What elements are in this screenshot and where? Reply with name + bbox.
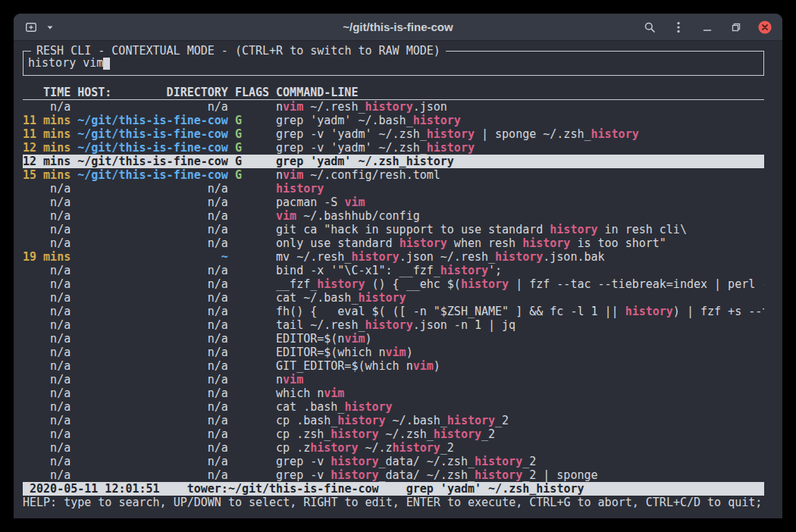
row-time: n/a	[23, 455, 71, 468]
history-row[interactable]: n/an/acat .bash_history	[23, 400, 764, 414]
match-highlight: history	[427, 127, 475, 141]
history-row[interactable]: n/an/avim ~/.bashhub/config	[23, 209, 764, 223]
row-directory: n/a	[77, 332, 228, 346]
history-row[interactable]: 19 mins~mv ~/.resh_history.json ~/.resh_…	[23, 250, 764, 264]
titlebar-left-group	[21, 17, 56, 37]
match-highlight: history	[358, 291, 406, 305]
row-time: 15 mins	[23, 168, 71, 182]
match-highlight: history	[495, 250, 543, 264]
header-directory: DIRECTORY	[167, 86, 228, 99]
menu-button[interactable]	[669, 17, 688, 37]
match-highlight: history	[365, 318, 412, 332]
match-highlight: history	[434, 427, 481, 441]
row-directory: ~/git/this-is-fine-cow	[77, 168, 228, 182]
titlebar[interactable]: ~/git/this-is-fine-cow	[14, 14, 782, 41]
row-command: __fzf_history () { __ehc $(history | fzf…	[276, 277, 764, 291]
history-row[interactable]: n/an/anvim ~/.resh_history.json	[23, 100, 764, 114]
match-highlight: history	[475, 468, 522, 482]
history-row-selected[interactable]: 12 mins~/git/this-is-fine-cowGgrep 'yadm…	[23, 155, 764, 168]
row-time: n/a	[23, 223, 71, 236]
history-row[interactable]: n/an/anvim	[23, 373, 764, 386]
history-row[interactable]: n/an/ahistory	[23, 182, 764, 196]
match-highlight: vim	[283, 168, 303, 182]
new-tab-button[interactable]	[21, 17, 41, 37]
row-directory: n/a	[77, 346, 228, 359]
row-time: 12 mins	[23, 141, 71, 155]
match-highlight: vim	[344, 332, 365, 346]
row-time: n/a	[23, 332, 71, 346]
row-time: n/a	[23, 182, 71, 196]
match-highlight: vim	[324, 386, 344, 400]
search-button[interactable]	[640, 17, 660, 37]
history-row[interactable]: 11 mins~/git/this-is-fine-cowGgrep 'yadm…	[23, 114, 764, 127]
restore-icon	[730, 21, 742, 33]
history-row[interactable]: n/an/agit ca "hack in support to use sta…	[23, 223, 764, 236]
row-directory: n/a	[77, 386, 228, 400]
history-row[interactable]: n/an/aEDITOR=$(which nvim)	[23, 346, 764, 359]
history-row[interactable]: n/an/a__fzf_history () { __ehc $(history…	[23, 277, 764, 291]
row-time: n/a	[23, 468, 71, 482]
history-row[interactable]: n/an/acp .bash_history ~/.bash_history_2	[23, 414, 764, 427]
kebab-menu-icon	[676, 21, 681, 33]
row-directory: n/a	[77, 196, 228, 209]
history-row[interactable]: 15 mins~/git/this-is-fine-cowGnvim ~/.co…	[23, 168, 764, 182]
match-highlight: vim	[386, 346, 406, 359]
match-highlight: history	[400, 236, 447, 250]
row-directory: n/a	[77, 373, 228, 386]
match-highlight: history	[522, 236, 570, 250]
match-highlight: history	[625, 305, 673, 318]
row-command: cp .bash_history ~/.bash_history_2	[276, 414, 509, 427]
history-row[interactable]: n/an/acp .zhistory ~/.zhistory_2	[23, 441, 764, 455]
chevron-down-icon	[46, 21, 54, 33]
row-directory: n/a	[77, 427, 228, 441]
search-input[interactable]: history vim	[28, 56, 759, 70]
history-row[interactable]: n/an/apacman -S vim	[23, 196, 764, 209]
row-time: n/a	[23, 196, 71, 209]
restore-button[interactable]	[726, 17, 746, 37]
row-command: git ca "hack in support to use standard …	[276, 223, 687, 236]
search-icon	[644, 21, 656, 33]
row-command: cat .bash_history	[276, 400, 393, 414]
match-highlight: history	[591, 127, 639, 141]
row-command: nvim ~/.resh_history.json	[276, 100, 447, 114]
row-directory: n/a	[77, 100, 228, 114]
row-time: 11 mins	[23, 114, 71, 127]
match-highlight: history	[393, 441, 440, 455]
row-directory: ~/git/this-is-fine-cow	[77, 155, 228, 168]
row-command: bind -x '"\C-x1": __fzf_history';	[276, 264, 502, 277]
history-row[interactable]: n/an/afh() { eval $( ([ -n "$ZSH_NAME" ]…	[23, 305, 764, 318]
status-bar: 2020-05-11 12:01:51tower:~/git/this-is-f…	[23, 482, 764, 496]
row-time: n/a	[23, 441, 71, 455]
history-row[interactable]: n/an/aGIT_EDITOR=$(which nvim)	[23, 359, 764, 373]
row-time: n/a	[23, 414, 71, 427]
history-row[interactable]: n/an/atail ~/.resh_history.json -n 1 | j…	[23, 318, 764, 332]
history-row[interactable]: n/an/abind -x '"\C-x1": __fzf_history';	[23, 264, 764, 277]
match-highlight: vim	[276, 209, 296, 223]
match-highlight: history	[427, 141, 475, 155]
row-command: pacman -S vim	[276, 196, 365, 209]
row-directory: n/a	[77, 264, 228, 277]
history-row[interactable]: n/an/acp .zsh_history ~/.zsh_history_2	[23, 427, 764, 441]
match-highlight: vim	[283, 373, 303, 386]
row-command: fh() { eval $( ([ -n "$ZSH_NAME" ] && fc…	[276, 305, 764, 318]
status-host-directory: tower:~/git/this-is-fine-cow	[187, 482, 379, 496]
row-time: n/a	[23, 400, 71, 414]
match-highlight: history	[276, 182, 324, 196]
match-highlight: history	[337, 414, 385, 427]
new-tab-dropdown-button[interactable]	[44, 17, 56, 37]
minimize-button[interactable]	[697, 17, 717, 37]
history-row[interactable]: n/an/acat ~/.bash_history	[23, 291, 764, 305]
history-row[interactable]: 12 mins~/git/this-is-fine-cowGgrep -v 'y…	[23, 141, 764, 155]
history-row[interactable]: n/an/agrep -v history_data/ ~/.zsh_histo…	[23, 468, 764, 482]
history-row[interactable]: 11 mins~/git/this-is-fine-cowGgrep -v 'y…	[23, 127, 764, 141]
history-row[interactable]: n/an/awhich nvim	[23, 386, 764, 400]
close-button[interactable]	[755, 17, 775, 37]
row-command: grep -v history_data/ ~/.zsh_history_2	[276, 455, 536, 468]
row-directory: n/a	[77, 455, 228, 468]
history-row[interactable]: n/an/agrep -v history_data/ ~/.zsh_histo…	[23, 455, 764, 468]
row-directory: n/a	[77, 441, 228, 455]
history-row[interactable]: n/an/aEDITOR=$(nvim)	[23, 332, 764, 346]
history-row[interactable]: n/an/aonly use standard history when res…	[23, 236, 764, 250]
header-host: HOST:	[77, 86, 111, 99]
row-time: n/a	[23, 359, 71, 373]
